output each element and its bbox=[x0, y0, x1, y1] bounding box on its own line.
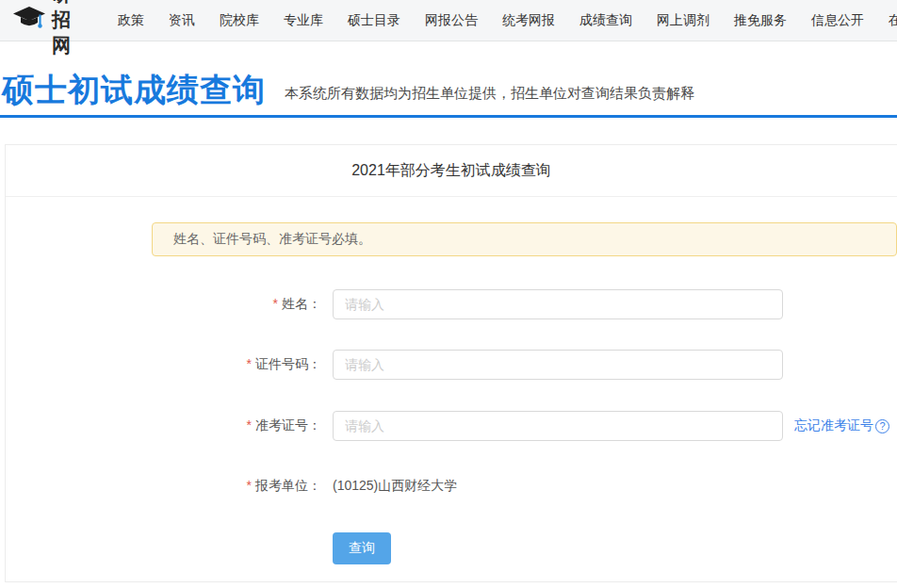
card-header: 2021年部分考生初试成绩查询 bbox=[6, 145, 897, 197]
id-number-label: *证件号码： bbox=[6, 356, 321, 373]
card-title: 2021年部分考生初试成绩查询 bbox=[351, 161, 551, 181]
submit-row: 查询 bbox=[6, 532, 897, 564]
nav-item-major-library[interactable]: 专业库 bbox=[271, 12, 335, 29]
nav-menu: 政策 资讯 院校库 专业库 硕士目录 网报公告 统考网报 成绩查询 网上调剂 推… bbox=[106, 12, 897, 29]
header-divider bbox=[0, 115, 897, 118]
nav-item-news[interactable]: 资讯 bbox=[156, 12, 207, 29]
site-logo-text: 研招网 bbox=[52, 0, 72, 58]
required-marker: * bbox=[247, 356, 252, 371]
page-subtitle: 本系统所有数据均为招生单位提供，招生单位对查询结果负责解释 bbox=[285, 85, 694, 107]
notice-text: 姓名、证件号码、准考证号必填。 bbox=[173, 231, 371, 248]
page-title: 硕士初试成绩查询 bbox=[2, 73, 266, 107]
required-marker: * bbox=[247, 478, 252, 493]
nav-item-online-adjustment[interactable]: 网上调剂 bbox=[644, 12, 722, 29]
admission-ticket-input[interactable] bbox=[333, 411, 783, 441]
required-marker: * bbox=[273, 296, 278, 311]
nav-item-college-library[interactable]: 院校库 bbox=[207, 12, 271, 29]
query-card: 2021年部分考生初试成绩查询 姓名、证件号码、准考证号必填。 *姓名： *证件… bbox=[5, 144, 897, 582]
query-button[interactable]: 查询 bbox=[333, 532, 391, 564]
page-header: 硕士初试成绩查询 本系统所有数据均为招生单位提供，招生单位对查询结果负责解释 bbox=[0, 41, 897, 115]
nav-item-online-consult[interactable]: 在线咨询 bbox=[876, 12, 897, 29]
name-input[interactable] bbox=[333, 289, 783, 319]
id-number-input[interactable] bbox=[333, 350, 783, 380]
nav-item-policy[interactable]: 政策 bbox=[106, 12, 156, 29]
card-body: 姓名、证件号码、准考证号必填。 *姓名： *证件号码： *准考证号： 忘记准考证… bbox=[6, 222, 897, 564]
form-row-target-institution: *报考单位： (10125)山西财经大学 bbox=[6, 471, 897, 501]
nav-item-unified-exam[interactable]: 统考网报 bbox=[490, 12, 567, 29]
form-row-id-number: *证件号码： bbox=[6, 350, 897, 380]
required-fields-notice: 姓名、证件号码、准考证号必填。 bbox=[152, 222, 897, 256]
form-row-admission-ticket: *准考证号： 忘记准考证号? bbox=[6, 411, 897, 441]
nav-item-info-disclosure[interactable]: 信息公开 bbox=[799, 12, 876, 29]
required-marker: * bbox=[247, 417, 252, 433]
nav-item-score-query[interactable]: 成绩查询 bbox=[567, 12, 644, 29]
site-logo[interactable]: 研招网 bbox=[13, 0, 72, 58]
nav-item-exemption-service[interactable]: 推免服务 bbox=[722, 12, 799, 29]
forgot-ticket-link[interactable]: 忘记准考证号? bbox=[794, 417, 889, 434]
name-label: *姓名： bbox=[6, 296, 321, 313]
admission-ticket-label: *准考证号： bbox=[6, 417, 321, 434]
top-nav: 研招网 政策 资讯 院校库 专业库 硕士目录 网报公告 统考网报 成绩查询 网上… bbox=[0, 0, 897, 41]
nav-item-application-notice[interactable]: 网报公告 bbox=[413, 12, 490, 29]
target-institution-label: *报考单位： bbox=[6, 478, 321, 495]
target-institution-value: (10125)山西财经大学 bbox=[333, 478, 457, 495]
graduation-cap-icon bbox=[13, 7, 45, 35]
nav-item-master-catalog[interactable]: 硕士目录 bbox=[335, 12, 413, 29]
question-circle-icon[interactable]: ? bbox=[875, 419, 889, 433]
form-row-name: *姓名： bbox=[6, 289, 897, 319]
